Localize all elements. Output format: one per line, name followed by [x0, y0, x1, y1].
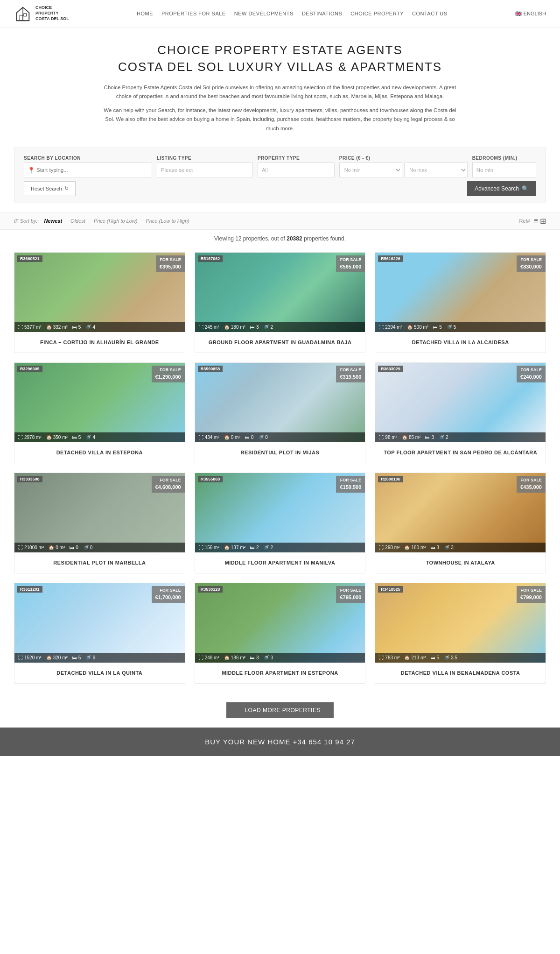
- listing-select[interactable]: Please select For Sale For Rent New Deve…: [157, 163, 253, 177]
- location-input[interactable]: [24, 163, 152, 177]
- bed-icon: 🛏: [250, 655, 255, 660]
- bath-icon: 🚿: [85, 655, 91, 660]
- plot-icon: ⛶: [199, 655, 203, 660]
- plot-value: 245 m²: [205, 325, 219, 330]
- plot-stat: ⛶ 245 m²: [199, 325, 219, 330]
- plot-stat: ⛶ 98 m²: [379, 435, 397, 440]
- sort-oldest[interactable]: Oldest: [67, 217, 89, 225]
- card-stats: ⛶ 434 m² 🏠 0 m² 🛏 0 🚿 0: [195, 432, 365, 442]
- beds-select[interactable]: No min 1 2 3 4 5+: [472, 163, 536, 177]
- nav-link-new-developments[interactable]: New Developments: [234, 11, 294, 16]
- bath-icon: 🚿: [263, 655, 269, 660]
- card-price: €240,000: [520, 373, 542, 381]
- build-value: 186 m²: [231, 655, 245, 660]
- baths-stat: 🚿 0: [258, 435, 268, 440]
- for-sale-label: FOR SALE: [340, 587, 361, 594]
- sort-newest[interactable]: Newest: [41, 217, 66, 225]
- hero-desc1: Choice Property Estate Agents Costa del …: [103, 83, 457, 101]
- property-card[interactable]: R3418525 FOR SALE €799,000 ⛶ 783 m² 🏠 21…: [375, 583, 546, 684]
- card-price: €395,000: [160, 263, 181, 271]
- plot-icon: ⛶: [379, 655, 384, 660]
- sort-links: Newest Oldest Price (High to Low) Price …: [41, 217, 193, 225]
- card-image: R3660521 FOR SALE €395,000 ⛶ 5377 m² 🏠 3…: [14, 253, 185, 332]
- reset-search-button[interactable]: Reset Search ↻: [24, 181, 76, 196]
- card-ref: R3296005: [17, 366, 42, 372]
- price-max-select[interactable]: No max €200,000 €500,000 €1,000,000 €5,0…: [404, 163, 467, 177]
- nav-link-contact-us[interactable]: Contact Us: [412, 11, 448, 16]
- nav-link-properties-for-sale[interactable]: Properties for Sale: [161, 11, 226, 16]
- beds-value: 2: [256, 545, 259, 550]
- property-card[interactable]: R3333508 FOR SALE €4,608,000 ⛶ 21000 m² …: [14, 473, 185, 573]
- proptype-select[interactable]: All Villa Apartment Townhouse Plot: [258, 163, 335, 177]
- baths-stat: 🚿 3: [263, 655, 273, 660]
- for-sale-label: FOR SALE: [155, 367, 181, 374]
- build-icon: 🏠: [404, 545, 410, 550]
- card-image: R3333508 FOR SALE €4,608,000 ⛶ 21000 m² …: [14, 473, 185, 552]
- plot-icon: ⛶: [18, 655, 23, 660]
- for-sale-label: FOR SALE: [520, 587, 542, 594]
- property-card[interactable]: R3530128 FOR SALE €795,000 ⛶ 248 m² 🏠 18…: [195, 583, 366, 684]
- card-price: €830,000: [520, 263, 542, 271]
- baths-stat: 🚿 2: [439, 435, 448, 440]
- build-icon: 🏠: [49, 545, 54, 550]
- card-stats: ⛶ 156 m² 🏠 137 m² 🛏 2 🚿 2: [195, 543, 365, 552]
- nav-link-choice-property[interactable]: Choice Property: [350, 11, 404, 16]
- for-sale-label: FOR SALE: [155, 477, 181, 484]
- bath-icon: 🚿: [263, 545, 269, 550]
- property-card[interactable]: R3599858 FOR SALE €319,500 ⛶ 434 m² 🏠 0 …: [195, 362, 366, 463]
- property-card[interactable]: R3611201 FOR SALE €1,700,000 ⛶ 1520 m² 🏠…: [14, 583, 185, 684]
- baths-stat: 🚿 4: [85, 325, 95, 330]
- property-card[interactable]: R2608106 FOR SALE €435,000 ⛶ 290 m² 🏠 18…: [375, 473, 546, 573]
- build-stat: 🏠 180 m²: [224, 325, 245, 330]
- baths-value: 3: [451, 545, 454, 550]
- plot-icon: ⛶: [199, 435, 203, 440]
- property-card[interactable]: R5616226 FOR SALE €830,000 ⛶ 2394 m² 🏠 5…: [375, 252, 546, 353]
- card-badge: FOR SALE €1,290,000: [152, 366, 185, 382]
- bed-icon: 🛏: [250, 325, 255, 330]
- card-title: RESIDENTIAL PLOT IN MIJAS: [195, 442, 365, 463]
- baths-value: 6: [92, 655, 95, 660]
- card-stats: ⛶ 98 m² 🏠 85 m² 🛏 3 🚿 2: [375, 432, 546, 442]
- sort-price-low[interactable]: Price (Low to High): [142, 217, 193, 225]
- total-count: 20382: [287, 235, 302, 242]
- beds-stat: 🛏 0: [245, 435, 254, 440]
- nav-link-home[interactable]: Home: [137, 11, 153, 16]
- card-badge: FOR SALE €319,500: [336, 366, 365, 382]
- advanced-search-button[interactable]: Advanced Search 🔍: [467, 181, 536, 196]
- card-stats: ⛶ 2394 m² 🏠 500 m² 🛏 5 🚿 5: [375, 322, 546, 332]
- card-badge: FOR SALE €395,000: [156, 255, 185, 272]
- property-card[interactable]: R3603029 FOR SALE €240,000 ⛶ 98 m² 🏠 85 …: [375, 362, 546, 463]
- view-count-suffix: properties found.: [304, 235, 346, 242]
- sort-price-high[interactable]: Price (High to Low): [90, 217, 141, 225]
- card-title: TOP FLOOR APARTMENT IN SAN PEDRO DE ALCÁ…: [375, 442, 546, 463]
- bath-icon: 🚿: [85, 435, 91, 440]
- build-icon: 🏠: [224, 655, 230, 660]
- search-buttons: Reset Search ↻ Advanced Search 🔍: [24, 181, 536, 196]
- baths-stat: 🚿 3.5: [444, 655, 457, 660]
- list-view-icon[interactable]: ≡: [534, 217, 538, 226]
- card-ref: R3333508: [17, 476, 42, 482]
- plot-stat: ⛶ 5377 m²: [18, 325, 42, 330]
- card-title: MIDDLE FLOOR APARTMENT IN MANILVA: [195, 552, 365, 573]
- build-value: 137 m²: [231, 545, 245, 550]
- price-min-select[interactable]: No min €50,000 €100,000 €200,000 €500,00…: [339, 163, 402, 177]
- proptype-field: Property Type All Villa Apartment Townho…: [258, 155, 335, 177]
- language-selector[interactable]: 🇬🇧 English: [515, 11, 546, 17]
- beds-stat: 🛏 5: [72, 325, 81, 330]
- card-image: R3599858 FOR SALE €319,500 ⛶ 434 m² 🏠 0 …: [195, 363, 365, 442]
- card-title: DETACHED VILLA IN LA ALCAIDESA: [375, 332, 546, 353]
- property-card[interactable]: R3660521 FOR SALE €395,000 ⛶ 5377 m² 🏠 3…: [14, 252, 185, 353]
- card-ref: R5616226: [378, 255, 403, 262]
- load-more-button[interactable]: + LOAD MORE PROPERTIES: [226, 702, 334, 718]
- hero-title: Choice Property Estate Agents Costa del …: [19, 42, 541, 76]
- price-field: Price (€ - €) No min €50,000 €100,000 €2…: [339, 155, 468, 177]
- nav-link-destinations[interactable]: Destinations: [302, 11, 342, 16]
- build-value: 213 m²: [411, 655, 426, 660]
- property-card[interactable]: R5167062 FOR SALE €565,000 ⛶ 245 m² 🏠 18…: [195, 252, 366, 353]
- logo[interactable]: CHOICE PROPERTY COSTA DEL SOL: [14, 5, 69, 22]
- property-card[interactable]: R3555868 FOR SALE €159,500 ⛶ 156 m² 🏠 13…: [195, 473, 366, 573]
- ref-label: Ref#: [519, 218, 530, 224]
- grid-view-icon[interactable]: ⊞: [540, 217, 546, 226]
- property-card[interactable]: R3296005 FOR SALE €1,290,000 ⛶ 2978 m² 🏠…: [14, 362, 185, 463]
- bath-icon: 🚿: [439, 435, 444, 440]
